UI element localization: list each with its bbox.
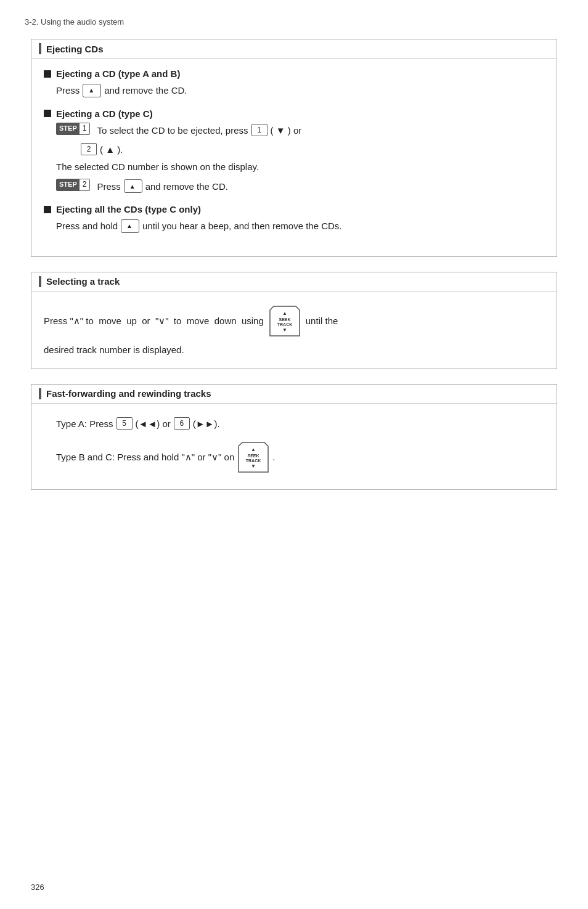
desired-track: desired track number is displayed. [44, 342, 544, 355]
until-beep: until you hear a beep, and then remove t… [142, 218, 342, 234]
breadcrumb: 3-2. Using the audio system [25, 17, 124, 26]
svg-text:SEEK: SEEK [248, 454, 259, 458]
step-1-badge: STEP 1 [56, 123, 90, 135]
type-c-heading: Ejecting a CD (type C) [44, 108, 544, 119]
step2-press: Press [97, 179, 120, 195]
press-label-1: Press [56, 83, 80, 99]
eject-button-3: ▲ [121, 219, 139, 233]
all-type-c-content: Press and hold ▲ until you hear a beep, … [44, 218, 544, 234]
btn-number-1: 1 [251, 124, 267, 136]
section-title-bar-2 [39, 276, 41, 287]
eject-button-1: ▲ [83, 84, 101, 97]
eject-arrow-symbol-3: ▲ [126, 221, 133, 231]
type-c-heading-text: Ejecting a CD (type C) [56, 108, 153, 119]
step-1-row: STEP 1 To select the CD to be ejected, p… [44, 123, 544, 139]
type-bc-content: Type B and C: Press and hold "∧" or "∨" … [44, 441, 544, 473]
svg-text:TRACK: TRACK [277, 322, 293, 327]
all-type-c-heading: Ejecting all the CDs (type C only) [44, 204, 544, 214]
rewind-sym: (◄◄) or [136, 416, 171, 432]
svg-text:▲: ▲ [251, 447, 256, 452]
step1-arrow-down: ( ▼ ) or [271, 123, 302, 139]
selecting-track-content: Press "∧" to move up or "∨" to move down… [44, 305, 544, 355]
all-type-c-heading-text: Ejecting all the CDs (type C only) [56, 204, 201, 214]
step1-text-before: To select the CD to be ejected, press [97, 123, 248, 139]
seek-track-button-2: ▲ SEEK TRACK ▼ [237, 441, 269, 473]
section-title-bar-3 [39, 388, 41, 399]
bullet-square [44, 70, 51, 78]
svg-text:▼: ▼ [251, 463, 256, 469]
btn-number-6: 6 [174, 417, 190, 430]
page-number: 326 [31, 883, 44, 892]
btn-number-2: 2 [81, 143, 97, 155]
subsection-type-c: Ejecting a CD (type C) STEP 1 To select … [44, 108, 544, 195]
step1-arrow-up: ( ▲ ). [100, 144, 123, 155]
forward-sym: (►►). [193, 416, 220, 432]
bullet-square-3 [44, 206, 51, 213]
step1-note: The selected CD number is shown on the d… [44, 159, 544, 175]
type-bc-suffix: . [272, 449, 275, 465]
fast-forward-label: Fast-forwarding and rewinding tracks [46, 388, 211, 399]
step2-remove: and remove the CD. [145, 179, 228, 195]
btn-number-5: 5 [116, 417, 133, 430]
svg-text:▲: ▲ [282, 311, 287, 316]
subsection-type-ab: Ejecting a CD (type A and B) Press ▲ and… [44, 68, 544, 99]
type-ab-content: Press ▲ and remove the CD. [44, 83, 544, 99]
eject-arrow-symbol: ▲ [88, 85, 94, 96]
step-1-content: To select the CD to be ejected, press 1 … [97, 123, 301, 139]
bullet-square-2 [44, 110, 51, 117]
type-a-content: Type A: Press 5 (◄◄) or 6 (►►). [44, 416, 544, 432]
step-2-row: STEP 2 Press ▲ and remove the CD. [44, 179, 544, 195]
until-displayed: until the [306, 316, 338, 326]
type-ab-heading-text: Ejecting a CD (type A and B) [56, 68, 180, 79]
step-2-content: Press ▲ and remove the CD. [97, 179, 227, 195]
type-a-label: Type A: Press [56, 416, 113, 432]
and-remove-1: and remove the CD. [104, 83, 187, 99]
selecting-track-title: Selecting a track [31, 272, 557, 291]
svg-text:SEEK: SEEK [279, 317, 290, 322]
fast-forward-title: Fast-forwarding and rewinding tracks [31, 385, 557, 404]
select-track-text: Press "∧" to move up or "∨" to move down… [44, 316, 264, 327]
svg-text:▼: ▼ [282, 327, 287, 333]
svg-text:TRACK: TRACK [246, 459, 261, 463]
subsection-all-type-c: Ejecting all the CDs (type C only) Press… [44, 204, 544, 234]
eject-button-2: ▲ [124, 179, 142, 193]
step-1-indent: 2 ( ▲ ). [44, 143, 544, 155]
ejecting-cds-title: Ejecting CDs [31, 39, 557, 59]
seek-track-button: ▲ SEEK TRACK ▼ [269, 305, 301, 337]
ejecting-cds-label: Ejecting CDs [46, 44, 104, 54]
section-title-bar [39, 43, 41, 54]
type-bc-label: Type B and C: Press and hold "∧" or "∨" … [56, 449, 234, 465]
ejecting-cds-section: Ejecting CDs Ejecting a CD (type A and B… [31, 39, 557, 257]
press-hold-label: Press and hold [56, 218, 118, 234]
fast-forward-section: Fast-forwarding and rewinding tracks Typ… [31, 384, 557, 491]
step-2-badge: STEP 2 [56, 179, 90, 191]
eject-arrow-symbol-2: ▲ [129, 181, 136, 192]
type-ab-heading: Ejecting a CD (type A and B) [44, 68, 544, 79]
selecting-track-section: Selecting a track Press "∧" to move up o… [31, 272, 557, 369]
selecting-track-label: Selecting a track [46, 276, 120, 287]
